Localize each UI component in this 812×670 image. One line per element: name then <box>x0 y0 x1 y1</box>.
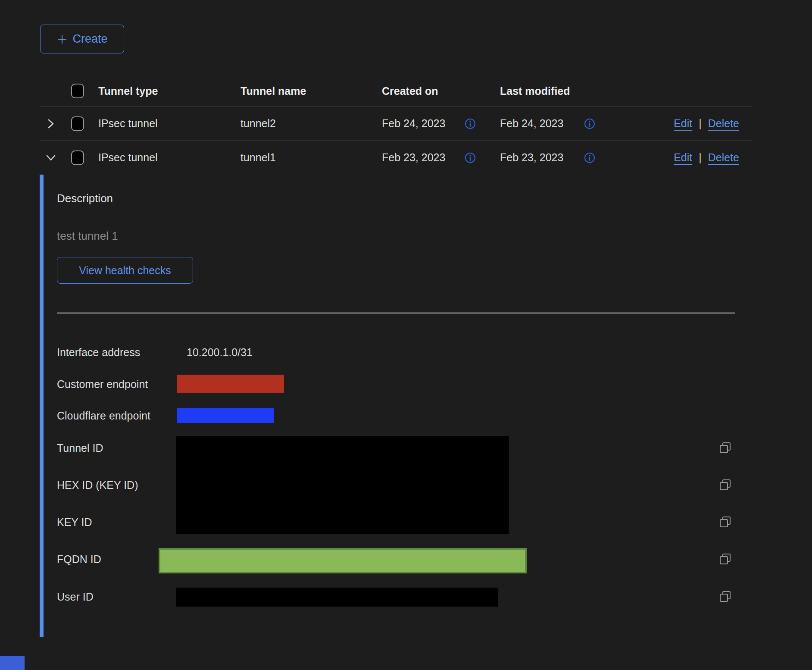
interface-address-label: Interface address <box>57 346 140 359</box>
user-id-label: User ID <box>57 590 94 603</box>
action-separator: | <box>699 117 702 129</box>
info-icon[interactable] <box>584 152 595 163</box>
tunnel-name-cell: tunnel1 <box>240 141 276 175</box>
section-divider <box>57 313 735 313</box>
fqdn-id-redacted-value <box>159 548 527 573</box>
last-modified-cell: Feb 23, 2023 <box>500 141 563 175</box>
customer-endpoint-redacted-value <box>177 375 284 393</box>
customer-endpoint-label: Customer endpoint <box>57 378 148 391</box>
ids-redacted-value-block <box>176 436 509 534</box>
last-modified-cell: Feb 24, 2023 <box>500 106 563 141</box>
chevron-down-icon <box>44 151 57 164</box>
chevron-right-icon <box>44 117 57 130</box>
view-health-checks-label: View health checks <box>79 264 171 277</box>
row-actions: Edit|Delete <box>674 141 739 175</box>
user-id-redacted-value <box>176 588 498 607</box>
fqdn-id-label: FQDN ID <box>57 553 101 566</box>
column-header-last-modified: Last modified <box>500 75 570 106</box>
column-header-tunnel-type: Tunnel type <box>98 75 158 106</box>
info-icon[interactable] <box>584 118 595 129</box>
info-icon[interactable] <box>465 118 476 129</box>
delete-link[interactable]: Delete <box>708 151 739 163</box>
row-checkbox[interactable] <box>71 116 84 131</box>
select-all-checkbox[interactable] <box>71 84 84 98</box>
copy-icon[interactable] <box>719 516 732 529</box>
tunnel-type-cell: IPsec tunnel <box>98 106 158 141</box>
table-header-row: Tunnel type Tunnel name Created on Last … <box>40 75 752 106</box>
copy-icon[interactable] <box>719 590 732 603</box>
delete-link[interactable]: Delete <box>708 117 739 129</box>
create-button-label: Create <box>72 32 107 46</box>
plus-icon <box>56 34 68 45</box>
copy-icon[interactable] <box>719 553 732 566</box>
tunnels-table: Tunnel type Tunnel name Created on Last … <box>40 75 752 175</box>
create-button[interactable]: Create <box>40 25 124 53</box>
created-on-cell: Feb 23, 2023 <box>382 141 445 175</box>
table-row: IPsec tunnel tunnel1 Feb 23, 2023 Feb 23… <box>40 141 752 175</box>
info-icon[interactable] <box>465 152 476 163</box>
cloudflare-endpoint-redacted-value <box>177 408 274 423</box>
row-checkbox[interactable] <box>71 150 84 165</box>
edit-link[interactable]: Edit <box>674 151 692 163</box>
description-label: Description <box>57 192 113 205</box>
description-value: test tunnel 1 <box>57 229 118 243</box>
cloudflare-endpoint-label: Cloudflare endpoint <box>57 409 150 422</box>
tunnel-name-cell: tunnel2 <box>240 106 276 141</box>
key-id-label: KEY ID <box>57 516 92 529</box>
table-row: IPsec tunnel tunnel2 Feb 24, 2023 Feb 24… <box>40 106 752 141</box>
expanded-accent-bar <box>40 175 44 637</box>
clipped-bottom-left-element <box>0 656 25 670</box>
expanded-detail-panel: Description test tunnel 1 View health ch… <box>40 175 752 637</box>
hex-id-label: HEX ID (KEY ID) <box>57 479 138 492</box>
collapse-row-button[interactable] <box>44 151 57 164</box>
column-header-tunnel-name: Tunnel name <box>240 75 306 106</box>
tunnel-type-cell: IPsec tunnel <box>98 141 158 175</box>
tunnels-page: Create Tunnel type Tunnel name Created o… <box>0 0 812 670</box>
action-separator: | <box>699 151 702 163</box>
created-on-cell: Feb 24, 2023 <box>382 106 445 141</box>
column-header-created-on: Created on <box>382 75 438 106</box>
expand-row-button[interactable] <box>44 117 57 130</box>
edit-link[interactable]: Edit <box>674 117 692 129</box>
row-actions: Edit|Delete <box>674 106 739 141</box>
interface-address-value: 10.200.1.0/31 <box>187 346 253 359</box>
copy-icon[interactable] <box>719 441 732 454</box>
tunnel-id-label: Tunnel ID <box>57 441 103 454</box>
copy-icon[interactable] <box>719 479 732 492</box>
view-health-checks-button[interactable]: View health checks <box>57 257 193 284</box>
